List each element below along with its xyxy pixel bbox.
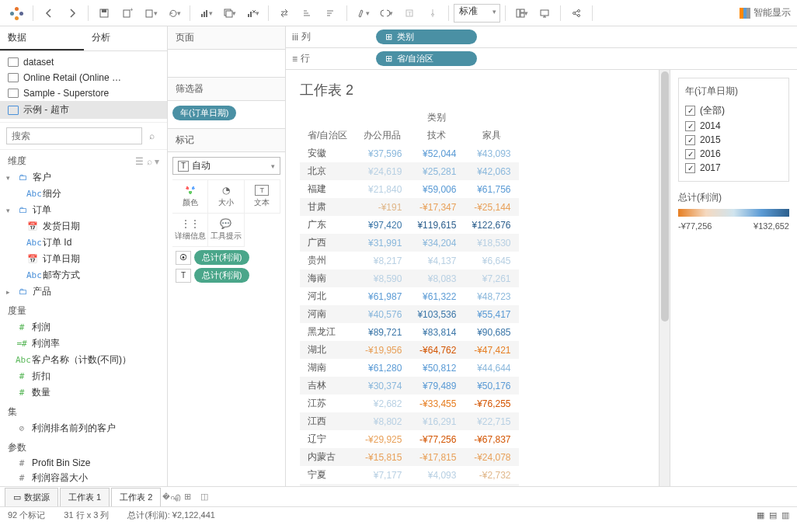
row-header[interactable]: 吉林 bbox=[300, 377, 355, 395]
data-cell[interactable]: ¥61,756 bbox=[464, 180, 518, 198]
field-profit-container[interactable]: #利润容器大小 bbox=[5, 470, 162, 486]
filters-shelf[interactable]: 年(订单日期) bbox=[168, 101, 285, 129]
sheet-title[interactable]: 工作表 2 bbox=[300, 81, 645, 99]
data-cell[interactable]: -¥17,815 bbox=[409, 448, 464, 466]
data-cell[interactable]: ¥8,802 bbox=[355, 412, 409, 430]
data-cell[interactable]: ¥4,093 bbox=[409, 466, 464, 484]
data-cell[interactable]: ¥4,137 bbox=[409, 252, 464, 269]
data-cell[interactable]: -¥25,144 bbox=[464, 198, 518, 216]
columns-shelf[interactable]: iii列 ⊞类别 bbox=[286, 26, 797, 48]
refresh-button[interactable]: ▾ bbox=[163, 3, 185, 23]
auto-update-button[interactable]: ▾ bbox=[140, 3, 162, 23]
table-row[interactable]: 广东¥97,420¥119,615¥122,676 bbox=[300, 216, 519, 234]
data-cell[interactable]: ¥55,417 bbox=[464, 305, 518, 323]
field-ship-date[interactable]: 📅发货日期 bbox=[5, 218, 162, 235]
marks-color-button[interactable]: 颜色 bbox=[172, 180, 208, 214]
search-input[interactable] bbox=[6, 127, 142, 144]
row-header[interactable]: 黑龙江 bbox=[300, 323, 355, 341]
field-top-customers[interactable]: ⊘利润排名前列的客户 bbox=[5, 420, 162, 436]
data-cell[interactable]: ¥30,374 bbox=[355, 377, 409, 395]
data-cell[interactable]: -¥191 bbox=[355, 198, 409, 216]
row-header[interactable]: 青海 bbox=[300, 484, 355, 486]
data-cell[interactable]: ¥50,812 bbox=[409, 359, 464, 377]
field-order-date[interactable]: 📅订单日期 bbox=[5, 251, 162, 267]
year-filter-option[interactable]: ✓2017 bbox=[685, 161, 782, 175]
row-header[interactable]: 内蒙古 bbox=[300, 448, 355, 466]
new-story-tab-button[interactable]: ◫ bbox=[197, 492, 212, 502]
data-cell[interactable]: ¥8,083 bbox=[409, 269, 464, 287]
data-cell[interactable]: -¥64,762 bbox=[409, 341, 464, 359]
highlight-button[interactable]: ▾ bbox=[352, 3, 374, 23]
rows-shelf[interactable]: ≡行 ⊞省/自治区 bbox=[286, 48, 797, 70]
tab-datasource[interactable]: ▭数据源 bbox=[5, 488, 58, 506]
sort-asc-button[interactable] bbox=[297, 3, 318, 23]
data-cell[interactable]: ¥25,281 bbox=[409, 162, 464, 180]
mark-pill-color-profit[interactable]: 总计(利润) bbox=[194, 250, 249, 265]
data-cell[interactable]: ¥34,204 bbox=[409, 234, 464, 252]
data-cell[interactable]: -¥33,455 bbox=[409, 395, 464, 412]
search-icon[interactable]: ⌕ bbox=[142, 130, 161, 141]
row-header[interactable]: 辽宁 bbox=[300, 430, 355, 448]
col-header[interactable]: 技术 bbox=[409, 127, 464, 144]
field-quantity[interactable]: #数量 bbox=[5, 384, 162, 401]
data-cell[interactable]: ¥8,217 bbox=[355, 252, 409, 269]
data-cell[interactable]: ¥37,596 bbox=[355, 144, 409, 162]
data-cell[interactable]: ¥2,682 bbox=[355, 395, 409, 412]
data-cell[interactable]: ¥16,291 bbox=[409, 412, 464, 430]
data-cell[interactable]: ¥61,987 bbox=[355, 287, 409, 305]
table-row[interactable]: 广西¥31,991¥34,204¥18,530 bbox=[300, 234, 519, 252]
show-me-button[interactable]: 智能显示 bbox=[740, 6, 791, 19]
data-cell[interactable]: ¥48,723 bbox=[464, 287, 518, 305]
group-button[interactable]: ▾ bbox=[375, 3, 397, 23]
row-header[interactable]: 福建 bbox=[300, 180, 355, 198]
data-cell[interactable]: -¥17,347 bbox=[409, 198, 464, 216]
data-cell[interactable]: ¥83,814 bbox=[409, 323, 464, 341]
data-cell[interactable]: ¥79,489 bbox=[409, 377, 464, 395]
data-cell[interactable]: ¥6,645 bbox=[464, 252, 518, 269]
data-cell[interactable]: ¥61,322 bbox=[409, 287, 464, 305]
table-row[interactable]: 内蒙古-¥15,815-¥17,815-¥24,078 bbox=[300, 448, 519, 466]
row-header[interactable]: 河南 bbox=[300, 305, 355, 323]
data-cell[interactable]: ¥40,576 bbox=[355, 305, 409, 323]
rows-pill-province[interactable]: ⊞省/自治区 bbox=[376, 51, 477, 66]
tableau-logo-icon[interactable] bbox=[6, 3, 28, 23]
tab-analysis[interactable]: 分析 bbox=[84, 26, 168, 50]
data-cell[interactable]: -¥76,255 bbox=[464, 395, 518, 412]
table-row[interactable]: 湖北-¥19,956-¥64,762-¥47,421 bbox=[300, 341, 519, 359]
datasource-item-active[interactable]: 示例 - 超市 bbox=[0, 101, 167, 119]
row-header[interactable]: 广东 bbox=[300, 216, 355, 234]
field-profit-bin[interactable]: #Profit Bin Size bbox=[5, 456, 162, 470]
pin-button[interactable] bbox=[422, 3, 444, 23]
data-cell[interactable]: ¥43,093 bbox=[464, 144, 518, 162]
swap-button[interactable] bbox=[273, 3, 295, 23]
data-cell[interactable]: ¥24,619 bbox=[355, 162, 409, 180]
table-row[interactable]: 福建¥21,840¥59,006¥61,756 bbox=[300, 180, 519, 198]
year-filter-option[interactable]: ✓2015 bbox=[685, 133, 782, 147]
field-customer-count[interactable]: Abc客户名称（计数(不同)） bbox=[5, 352, 162, 368]
table-row[interactable]: 吉林¥30,374¥79,489¥50,176 bbox=[300, 377, 519, 395]
data-cell[interactable]: -¥47,421 bbox=[464, 341, 518, 359]
data-cell[interactable]: ¥42,063 bbox=[464, 162, 518, 180]
forward-button[interactable] bbox=[61, 3, 83, 23]
datasource-item[interactable]: Online Retail (Online … bbox=[0, 70, 167, 85]
table-row[interactable]: 青海¥4,126¥1,865¥6,286 bbox=[300, 484, 519, 486]
table-row[interactable]: 北京¥24,619¥25,281¥42,063 bbox=[300, 162, 519, 180]
data-cell[interactable]: -¥29,925 bbox=[355, 430, 409, 448]
field-segment[interactable]: Abc细分 bbox=[5, 186, 162, 202]
data-cell[interactable]: ¥122,676 bbox=[464, 216, 518, 234]
row-header[interactable]: 江苏 bbox=[300, 395, 355, 412]
marks-tooltip-button[interactable]: 💬工具提示 bbox=[208, 214, 244, 247]
save-button[interactable] bbox=[93, 3, 115, 23]
marks-detail-button[interactable]: ⋮⋮详细信息 bbox=[172, 214, 208, 247]
data-cell[interactable]: ¥21,840 bbox=[355, 180, 409, 198]
fit-dropdown[interactable]: 标准▾ bbox=[454, 4, 500, 23]
data-cell[interactable]: ¥6,286 bbox=[464, 484, 518, 486]
data-cell[interactable]: ¥50,176 bbox=[464, 377, 518, 395]
marks-size-button[interactable]: ◔大小 bbox=[208, 180, 244, 214]
show-cards-button[interactable]: ▾ bbox=[510, 3, 532, 23]
data-cell[interactable]: -¥77,256 bbox=[409, 430, 464, 448]
new-datasource-button[interactable]: + bbox=[117, 3, 138, 23]
data-cell[interactable]: ¥22,715 bbox=[464, 412, 518, 430]
color-legend-bar[interactable] bbox=[678, 209, 789, 217]
row-header[interactable]: 北京 bbox=[300, 162, 355, 180]
